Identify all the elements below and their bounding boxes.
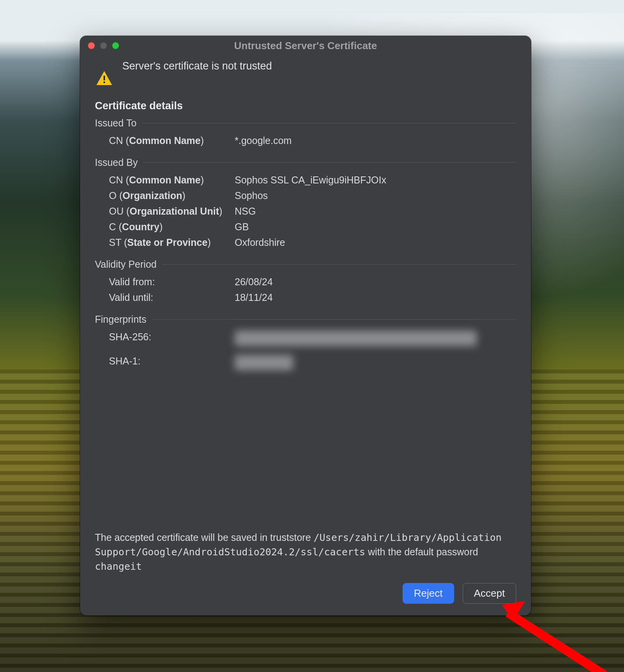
valid-until-value: 18/11/24 xyxy=(235,290,516,305)
divider xyxy=(142,123,516,123)
issued-by-c-value: GB xyxy=(235,219,516,235)
issued-by-ou-label: OU (Organizational Unit) xyxy=(109,203,235,219)
issued-by-cn-label: CN (Common Name) xyxy=(109,172,235,188)
issued-to-cn-label: CN (Common Name) xyxy=(109,133,235,148)
fingerprints-group: Fingerprints SHA-256: ██████████████████… xyxy=(95,314,516,372)
alert-row: Server's certificate is not trusted xyxy=(95,59,516,88)
issued-by-cn-value: Sophos SSL CA_iEwigu9iHBFJOIx xyxy=(235,172,516,188)
truststore-note: The accepted certificate will be saved i… xyxy=(95,530,516,574)
valid-from-row: Valid from: 26/08/24 xyxy=(109,274,516,290)
issued-by-o-value: Sophos xyxy=(235,188,516,203)
divider xyxy=(152,319,516,320)
svg-rect-1 xyxy=(103,82,105,83)
divider xyxy=(143,162,516,163)
issued-to-group: Issued To CN (Common Name) *.google.com xyxy=(95,117,516,148)
issued-to-cn-row: CN (Common Name) *.google.com xyxy=(109,133,516,148)
alert-message: Server's certificate is not trusted xyxy=(122,60,272,72)
issued-by-ou-row: OU (Organizational Unit) NSG xyxy=(109,203,516,219)
valid-until-row: Valid until: 18/11/24 xyxy=(109,290,516,305)
dialog-content: Server's certificate is not trusted Cert… xyxy=(80,55,531,583)
sha256-label: SHA-256: xyxy=(109,329,235,348)
accept-button[interactable]: Accept xyxy=(463,583,517,604)
close-window-button[interactable] xyxy=(88,42,95,49)
issued-by-st-label: ST (State or Province) xyxy=(109,235,235,250)
issued-by-o-label: O (Organization) xyxy=(109,188,235,203)
certificate-dialog: Untrusted Server's Certificate Server's … xyxy=(80,36,531,615)
zoom-window-button[interactable] xyxy=(112,42,119,49)
sha1-label: SHA-1: xyxy=(109,353,235,372)
sha256-value: ████████████████████████████████ xyxy=(235,331,477,346)
issued-to-label: Issued To xyxy=(95,117,137,129)
issued-by-o-row: O (Organization) Sophos xyxy=(109,188,516,203)
sha1-value: ████████ xyxy=(235,355,293,370)
reject-button[interactable]: Reject xyxy=(403,583,454,604)
sha1-row: SHA-1: ████████ xyxy=(109,353,516,372)
issued-by-cn-row: CN (Common Name) Sophos SSL CA_iEwigu9iH… xyxy=(109,172,516,188)
truststore-password: changeit xyxy=(95,561,142,572)
validity-label: Validity Period xyxy=(95,259,157,270)
valid-from-value: 26/08/24 xyxy=(235,274,516,290)
valid-from-label: Valid from: xyxy=(109,274,235,290)
fingerprints-label: Fingerprints xyxy=(95,314,146,325)
issued-by-st-value: Oxfordshire xyxy=(235,235,516,250)
certificate-details-heading: Certificate details xyxy=(95,100,516,112)
issued-by-c-row: C (Country) GB xyxy=(109,219,516,235)
dialog-buttons: Reject Accept xyxy=(80,583,531,615)
window-controls xyxy=(88,42,119,49)
validity-group: Validity Period Valid from: 26/08/24 Val… xyxy=(95,259,516,305)
divider xyxy=(162,264,516,265)
window-title: Untrusted Server's Certificate xyxy=(80,40,531,52)
svg-rect-0 xyxy=(103,76,105,80)
issued-by-st-row: ST (State or Province) Oxfordshire xyxy=(109,235,516,250)
issued-by-label: Issued By xyxy=(95,157,138,168)
issued-by-group: Issued By CN (Common Name) Sophos SSL CA… xyxy=(95,157,516,250)
valid-until-label: Valid until: xyxy=(109,290,235,305)
sha256-row: SHA-256: ███████████████████████████████… xyxy=(109,329,516,348)
minimize-window-button[interactable] xyxy=(100,42,107,49)
issued-to-cn-value: *.google.com xyxy=(235,133,516,148)
warning-icon xyxy=(95,69,114,88)
titlebar: Untrusted Server's Certificate xyxy=(80,36,531,55)
issued-by-c-label: C (Country) xyxy=(109,219,235,235)
issued-by-ou-value: NSG xyxy=(235,203,516,219)
svg-marker-3 xyxy=(506,609,607,672)
